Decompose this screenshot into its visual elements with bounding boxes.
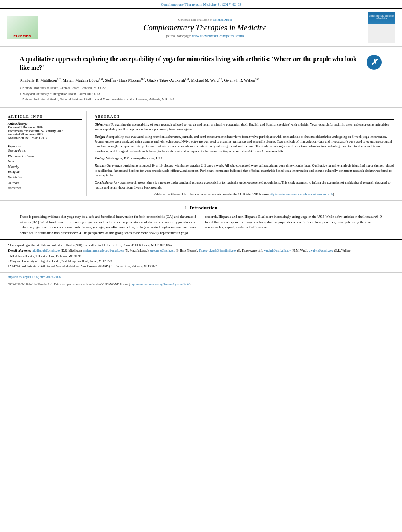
author-6: Gwenyth R. Wallena,d: [224, 78, 259, 82]
keyword-2: Rheumatoid arthritis: [8, 154, 82, 159]
fn-e: e Maryland University of Integrative Hea…: [8, 259, 394, 263]
article-title: A qualitative approach exploring the acc…: [20, 55, 363, 72]
affil-sup-a: a: [20, 86, 21, 92]
article-history: Article history: Received 1 December 201…: [8, 122, 82, 140]
affil-sup-b: b: [20, 92, 21, 98]
contents-line: Contents lists available at ScienceDirec…: [178, 18, 232, 22]
issn-line: 0965-2299/Published by Elsevier Ltd. Thi…: [0, 281, 402, 288]
author-1: Kimberly R. Middletona,*,: [20, 78, 63, 82]
issn-link[interactable]: http://creativecommons.org/licenses/by-n…: [130, 283, 190, 286]
journal-thumbnail: Complementary Therapies in Medicine: [366, 12, 397, 43]
keyword-4: Minority: [8, 164, 82, 170]
author-3: Steffany Haaz Moonazb,e,: [105, 78, 147, 82]
keyword-7: Journals: [8, 180, 82, 186]
crossmark-icon: ✗: [367, 55, 382, 70]
cc-link[interactable]: http://creativecommons.org/licenses/by-n…: [270, 193, 333, 196]
crossmark-badge[interactable]: ✗: [367, 55, 382, 70]
email-link-6[interactable]: gwallen@cc.nih.gov: [309, 249, 333, 252]
journal-header: ELSEVIER Contents lists available at Sci…: [0, 8, 402, 47]
intro-paragraph-1: There is promising evidence that yoga ma…: [20, 215, 382, 235]
fn-d: d NIH/Clinical Center, 10 Center Drive, …: [8, 254, 394, 258]
article-info-block: ARTICLE INFO Article history: Received 1…: [8, 115, 82, 140]
author-2: Miriam Magaña Lópeza,d,: [63, 78, 105, 82]
keyword-5: Bilingual: [8, 169, 82, 175]
keywords-heading: Keywords:: [8, 145, 82, 148]
email-name-4: (G. Tataw-Ayuketah),: [237, 249, 263, 252]
footnotes-area: * Corresponding author at: National Inst…: [0, 239, 402, 272]
history-label: Article history:: [8, 122, 82, 126]
journal-center-section: Contents lists available at ScienceDirec…: [48, 12, 362, 43]
email-link-1[interactable]: middletonk@cc.nih.gov: [32, 249, 60, 252]
affil-text-b: Maryland University of Integrative Healt…: [22, 92, 100, 98]
conclusions-text: As yoga research grows, there is a need …: [95, 180, 391, 189]
article-title-row: A qualitative approach exploring the acc…: [20, 55, 382, 72]
intro-section: 1. Introduction There is promising evide…: [0, 200, 402, 239]
email-notes: E-mail addresses: middletonk@cc.nih.gov …: [8, 248, 394, 253]
issn-end: ).: [190, 283, 191, 286]
cc-end: ).: [333, 193, 335, 196]
doi-link[interactable]: http://dx.doi.org/10.1016/j.ctim.2017.02…: [8, 275, 61, 279]
email-label: E-mail addresses:: [8, 249, 31, 252]
affil-2: b Maryland University of Integrative Hea…: [20, 92, 382, 98]
elsevier-logo-image: ELSEVIER: [7, 16, 38, 39]
abstract-results: Results: On average participants attende…: [95, 163, 394, 178]
abstract-objectives: Objectives: To examine the acceptability…: [95, 122, 394, 132]
email-link-4[interactable]: TatawayuketahG@mail.nih.gov: [199, 249, 236, 252]
sciencedirect-link[interactable]: ScienceDirect: [213, 18, 232, 22]
keyword-6: Qualitative: [8, 175, 82, 180]
doi-line: http://dx.doi.org/10.1016/j.ctim.2017.02…: [0, 272, 402, 281]
affil-1: a National Institutes of Health, Clinica…: [20, 86, 382, 92]
email-link-2[interactable]: miriam.magana.lopez@gmail.com: [83, 249, 124, 252]
available-date: Available online 1 March 2017: [8, 136, 82, 140]
design-label: Design:: [95, 135, 105, 139]
abstract-conclusions: Conclusions: As yoga research grows, the…: [95, 180, 394, 190]
article-header: A qualitative approach exploring the acc…: [0, 47, 402, 108]
fn-f: f NIH/National Institute of Arthritis an…: [8, 264, 394, 269]
email-name-5: (M.M. Ward),: [292, 249, 308, 252]
email-link-3[interactable]: smoona z@muih.edu: [150, 249, 175, 252]
top-journal-citation: Complementary Therapies in Medicine 31 (…: [0, 0, 402, 8]
main-content: ARTICLE INFO Article history: Received 1…: [0, 108, 402, 200]
corresponding-text: * Corresponding author at: National Inst…: [8, 243, 173, 247]
conclusions-label: Conclusions:: [95, 180, 113, 184]
contents-text: Contents lists available at: [178, 18, 212, 22]
objectives-text: To examine the acceptability of yoga res…: [95, 122, 389, 131]
affil-text-a: National Institutes of Health, Clinical …: [22, 86, 106, 92]
homepage-url[interactable]: www.elsevierhealth.com/journals/ctim: [192, 34, 244, 38]
abstract-setting: Setting: Washington, D.C. metropolitan a…: [95, 156, 394, 161]
abstract-design: Design: Acceptability was evaluated usin…: [95, 134, 394, 154]
email-name-1: (K.R. Middleton),: [61, 249, 82, 252]
accepted-date: Accepted 28 February 2017: [8, 133, 82, 136]
elsevier-label: ELSEVIER: [13, 34, 31, 38]
results-label: Results:: [95, 163, 106, 167]
published-text: Published by Elsevier Ltd. This is an op…: [154, 193, 270, 196]
abstract-heading: ABSTRACT: [95, 115, 394, 120]
intro-heading: 1. Introduction: [20, 205, 382, 211]
homepage-text: journal homepage:: [166, 34, 192, 38]
results-text: On average participants attended 10 of 1…: [95, 163, 394, 177]
intro-text: There is promising evidence that yoga ma…: [20, 214, 382, 235]
setting-text: Washington, D.C. metropolitan area, USA.: [106, 156, 164, 160]
affil-3: c National Institutes of Health, Nationa…: [20, 97, 382, 103]
homepage-line: journal homepage: www.elsevierhealth.com…: [166, 34, 244, 38]
objectives-label: Objectives:: [95, 122, 110, 126]
email-name-6: (G.R. Wallen).: [334, 249, 351, 252]
affil-text-c: National Institutes of Health, National …: [22, 97, 175, 103]
issn-text: 0965-2299/Published by Elsevier Ltd. Thi…: [8, 283, 130, 286]
email-link-5[interactable]: wardm1@mail.nih.gov: [264, 249, 291, 252]
keyword-1: Osteoarthritis: [8, 148, 82, 154]
affiliations: a National Institutes of Health, Clinica…: [20, 86, 382, 103]
article-info-heading: ARTICLE INFO: [8, 115, 82, 120]
journal-thumb-image: Complementary Therapies in Medicine: [368, 12, 395, 43]
received-date: Received 1 December 2016: [8, 126, 82, 129]
left-column: ARTICLE INFO Article history: Received 1…: [8, 111, 87, 196]
abstract-block: Objectives: To examine the acceptability…: [95, 122, 394, 196]
journal-title: Complementary Therapies in Medicine: [143, 23, 267, 32]
intro-title: Introduction: [190, 205, 218, 211]
authors-line: Kimberly R. Middletona,*, Miriam Magaña …: [20, 76, 382, 83]
design-text: Acceptability was evaluated using retent…: [95, 135, 392, 153]
affil-sup-c: c: [20, 97, 21, 103]
right-column: ABSTRACT Objectives: To examine the acce…: [87, 111, 394, 196]
journal-citation-text: Complementary Therapies in Medicine 31 (…: [161, 2, 241, 6]
email-name-3: (S. Haaz Moonaz),: [176, 249, 198, 252]
